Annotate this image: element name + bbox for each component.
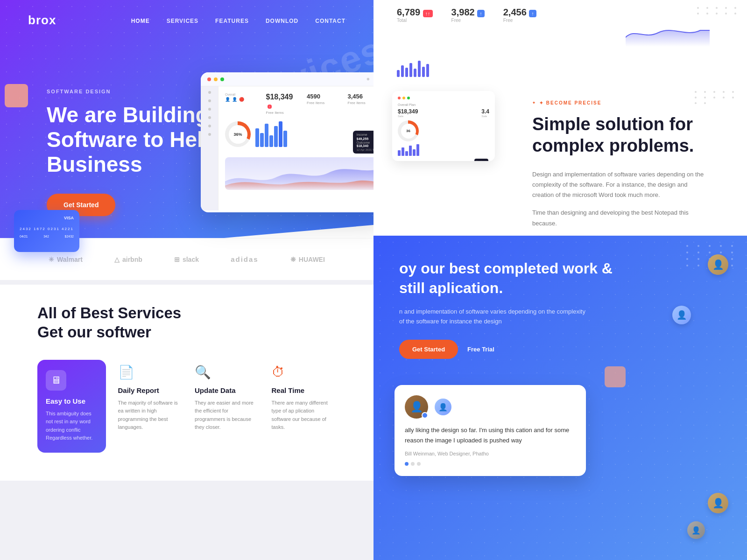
nav-item-services[interactable]: SERVICES bbox=[167, 16, 198, 25]
nav-item-contact[interactable]: CONTACT bbox=[315, 16, 345, 25]
nav-item-features[interactable]: FEATURES bbox=[215, 16, 249, 25]
service-icon-update-data: 🔍 bbox=[195, 364, 256, 380]
float-avatar-2: 👤 bbox=[672, 306, 691, 324]
brand-airbnb: △ airbnb bbox=[114, 256, 142, 263]
dash-metric-overall: Overall 👤 👤 🔴 bbox=[225, 93, 259, 115]
hero-tag: SOFTWARE DESIGN bbox=[47, 89, 224, 94]
service-name-update-data: Update Data bbox=[195, 386, 256, 394]
service-icon-easy-to-use: 🖥 bbox=[46, 370, 66, 391]
dash-chart bbox=[225, 157, 374, 190]
dash-dot-yellow bbox=[214, 77, 218, 81]
simple-solution-desc2: Time than designing and developing the b… bbox=[532, 208, 710, 228]
hero-content: SOFTWARE DESIGN We are Building Software… bbox=[47, 89, 224, 216]
testimonial-avatar: 👤 bbox=[405, 395, 428, 419]
become-precise-tag: ✦ BECOME PRECISE bbox=[532, 100, 710, 105]
airbnb-icon: △ bbox=[114, 256, 120, 263]
chart-metric-1: 6,789 ↑↑ Total bbox=[397, 7, 433, 23]
dash-metric-label3: Free Items bbox=[348, 101, 374, 105]
logo: brox bbox=[28, 13, 56, 28]
dash-metric-value2: 4590 Free Items bbox=[307, 93, 340, 115]
services-section: All of Best Services Get our softwer 🖥 E… bbox=[0, 285, 374, 481]
dash-dot-red bbox=[207, 77, 211, 81]
simple-solution-title: Simple solution for complex problems. bbox=[532, 114, 710, 156]
credit-card-cvv: 342 bbox=[43, 235, 49, 238]
service-name-real-time: Real Time bbox=[272, 386, 333, 394]
nav-item-download[interactable]: DOWNLOD bbox=[266, 16, 298, 25]
dash-metrics: Overall 👤 👤 🔴 $18,349 ↑ Free Items bbox=[225, 93, 374, 115]
service-desc-daily-report: The majority of software is ea written i… bbox=[118, 399, 179, 432]
dash-metric-label2: Free Items bbox=[307, 101, 340, 105]
blue-title: oy our best completed work & still aplic… bbox=[399, 259, 642, 298]
service-desc-real-time: There are many different type of ap plic… bbox=[272, 399, 333, 432]
service-desc-update-data: They are easier and more the efficient f… bbox=[195, 399, 256, 432]
blue-section: oy our best completed work & still aplic… bbox=[374, 236, 747, 560]
services-grid: 🖥 Easy to Use This ambiguity does not re… bbox=[37, 360, 336, 453]
credit-card-number: 2432 1672 0231 4221 bbox=[20, 227, 74, 231]
small-dash-preview-1: Overall Plan $18,349 Sale 3.4 Sale 36 bbox=[392, 91, 495, 161]
walmart-label: Walmart bbox=[57, 256, 83, 263]
services-title: All of Best Services Get our softwer bbox=[37, 303, 336, 342]
dash-metric-value: $18,349 ↑ Free Items bbox=[266, 93, 300, 115]
service-icon-real-time: ⏱ bbox=[272, 364, 333, 380]
deco-pink-blue bbox=[605, 366, 626, 387]
credit-card-brand: VISA bbox=[20, 216, 74, 220]
dots-decoration bbox=[695, 91, 738, 104]
credit-card-mock: VISA 2432 1672 0231 4221 04/21 342 $2432 bbox=[14, 210, 79, 252]
dash-header: ⊕ 👤 bbox=[201, 72, 374, 86]
service-desc-easy-to-use: This ambiguity does not rest in any word… bbox=[46, 410, 98, 442]
dash-metric-val: $18,349 ↑ bbox=[266, 93, 300, 110]
dash-gauge-inner: 36% bbox=[229, 125, 247, 144]
service-card-daily-report: 📄 Daily Report The majority of software … bbox=[114, 360, 183, 453]
hero-title: We are Building Software to Help Busines… bbox=[47, 103, 224, 177]
dash-gauge: 36% bbox=[225, 121, 251, 147]
testimonial-card: 👤 👤 ally liking the design so far. I'm u… bbox=[395, 385, 586, 476]
deco-block-left bbox=[5, 84, 28, 107]
secondary-avatar: 👤 bbox=[435, 399, 451, 415]
dashboard-mockup: ⊕ 👤 Overall bbox=[201, 72, 374, 212]
blue-free-trial-button[interactable]: Free Trial bbox=[467, 346, 494, 353]
blue-content: oy our best completed work & still aplic… bbox=[399, 259, 642, 359]
dash-metric-val3: 3,456 bbox=[348, 93, 374, 100]
dash-dot-green bbox=[220, 77, 224, 81]
blue-buttons: Get Started Free Trial bbox=[399, 340, 642, 359]
service-name-easy-to-use: Easy to Use bbox=[46, 397, 98, 405]
float-avatar-1: 👤 bbox=[708, 254, 728, 275]
chart-preview-top: 6,789 ↑↑ Total 3,982 ↑ Free 2,456 ↑ Free bbox=[374, 0, 747, 82]
service-card-real-time: ⏱ Real Time There are many different typ… bbox=[268, 360, 337, 453]
nav-link-download[interactable]: DOWNLOD bbox=[266, 18, 298, 24]
slack-icon: ⊞ bbox=[174, 256, 180, 263]
page-wrapper: services brox HOME SERVICES FEATURES DOW… bbox=[0, 0, 747, 560]
brand-slack: ⊞ slack bbox=[174, 256, 199, 263]
blue-get-started-button[interactable]: Get Started bbox=[399, 340, 458, 359]
walmart-icon: ✳ bbox=[49, 256, 54, 263]
nav-link-contact[interactable]: CONTACT bbox=[315, 18, 345, 24]
simple-solution-desc1: Design and implementation of software va… bbox=[532, 169, 710, 200]
simple-solution-panel: Overall Plan $18,349 Sale 3.4 Sale 36 bbox=[374, 82, 747, 236]
testimonial-author: Bill Weinman, Web Designer, Phatho bbox=[405, 451, 576, 456]
slack-label: slack bbox=[183, 256, 199, 263]
nav-link-services[interactable]: SERVICES bbox=[167, 18, 198, 24]
dash-metric-val2: 4590 bbox=[307, 93, 340, 100]
nav-links: HOME SERVICES FEATURES DOWNLOD CONTACT bbox=[131, 16, 345, 25]
nav-link-home[interactable]: HOME bbox=[131, 18, 150, 24]
brand-huawei: ❋ HUAWEI bbox=[290, 256, 325, 263]
credit-card-expiry: 04/21 bbox=[20, 235, 28, 238]
testimonial-text: ally liking the design so far. I'm using… bbox=[405, 425, 576, 445]
blue-desc: n and implementation of software varies … bbox=[399, 307, 586, 327]
dash-main: Overall 👤 👤 🔴 $18,349 ↑ Free Items bbox=[218, 86, 374, 210]
chart-metric-3: 2,456 ↑ Free bbox=[503, 7, 536, 23]
nav-item-home[interactable]: HOME bbox=[131, 16, 150, 25]
float-avatar-3: 👤 bbox=[708, 493, 728, 513]
nav-link-features[interactable]: FEATURES bbox=[215, 18, 249, 24]
dash-sidebar bbox=[201, 86, 218, 210]
dash-metric-value3: 3,456 Free Items bbox=[348, 93, 374, 115]
service-card-update-data: 🔍 Update Data They are easier and more t… bbox=[191, 360, 260, 453]
float-avatar-4: 👤 bbox=[687, 521, 705, 539]
huawei-icon: ❋ bbox=[290, 256, 296, 263]
dash-body: Overall 👤 👤 🔴 $18,349 ↑ Free Items bbox=[201, 86, 374, 210]
credit-card-total: $2432 bbox=[65, 235, 74, 238]
brand-adidas: adidas bbox=[231, 255, 259, 263]
dash-metric-label: Free Items bbox=[266, 111, 300, 115]
brand-walmart: ✳ Walmart bbox=[49, 256, 83, 263]
navbar: brox HOME SERVICES FEATURES DOWNLOD CONT… bbox=[0, 0, 374, 41]
